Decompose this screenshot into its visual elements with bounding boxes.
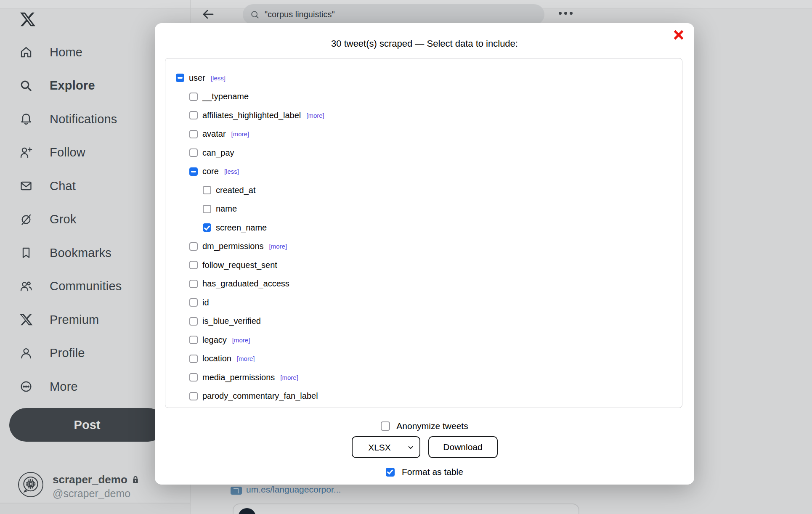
field-label: id — [202, 298, 209, 307]
follow-icon — [19, 146, 33, 159]
field-row-user: user[less] — [165, 69, 682, 87]
account-name-label: scraper_demo — [53, 473, 127, 486]
anonymize-checkbox[interactable] — [381, 421, 390, 431]
field-checkbox-avatar[interactable] — [189, 130, 198, 138]
field-checkbox-parody_commentary_fan_label[interactable] — [189, 392, 198, 400]
field-checkbox-affiliates_highlighted_label[interactable] — [189, 111, 198, 119]
field-label: avatar — [202, 129, 226, 139]
post-button[interactable]: Post — [9, 408, 165, 442]
field-label: name — [216, 204, 237, 214]
search-icon — [19, 79, 33, 93]
field-row-created_at: created_at — [165, 181, 682, 200]
field-checkbox-is_blue_verified[interactable] — [189, 317, 198, 326]
field-row-id: id — [165, 293, 682, 312]
search-input[interactable]: "corpus linguistics" — [243, 4, 544, 25]
lock-icon — [131, 475, 140, 485]
modal-title: 30 tweet(s) scraped — Select data to inc… — [155, 38, 694, 49]
account-handle: @scraper_demo — [53, 488, 130, 500]
sidebar-item-communities[interactable]: Communities — [19, 273, 122, 300]
toggle-more-link[interactable]: [more] — [305, 112, 324, 119]
field-label: screen_name — [216, 223, 267, 233]
sidebar-item-label: Chat — [50, 179, 76, 193]
more-options-icon[interactable] — [559, 12, 573, 15]
field-label: affiliates_highlighted_label — [202, 111, 301, 120]
toggle-more-link[interactable]: [more] — [236, 355, 255, 362]
communities-icon — [19, 280, 33, 293]
field-checkbox-__typename[interactable] — [189, 93, 198, 101]
field-row-screen_name: screen_name — [165, 218, 682, 237]
sidebar-item-label: More — [50, 380, 78, 394]
back-button[interactable] — [202, 8, 215, 21]
sidebar-item-home[interactable]: Home — [19, 39, 82, 66]
format-select-wrap: XLSX — [352, 436, 420, 458]
field-row-location: location[more] — [165, 350, 682, 368]
sidebar-item-label: Bookmarks — [50, 246, 111, 260]
avatar[interactable] — [18, 472, 43, 497]
field-checkbox-media_permissions[interactable] — [189, 373, 198, 382]
field-checkbox-follow_request_sent[interactable] — [189, 261, 198, 269]
field-row-__typename: __typename — [165, 87, 682, 106]
more-icon — [19, 380, 33, 393]
field-checkbox-core[interactable] — [189, 167, 198, 176]
sidebar-item-grok[interactable]: Grok — [19, 206, 77, 233]
toggle-more-link[interactable]: [more] — [268, 243, 287, 250]
field-label: location — [202, 354, 231, 363]
field-label: can_pay — [202, 148, 234, 158]
field-label: is_blue_verified — [202, 316, 261, 326]
field-tree-panel: user[less]__typenameaffiliates_highlight… — [165, 58, 682, 408]
x-logo[interactable] — [20, 11, 35, 26]
field-label: __typename — [202, 92, 249, 101]
format-select[interactable]: XLSX — [352, 436, 420, 458]
toggle-less-link[interactable]: [less] — [210, 74, 226, 82]
anonymize-label: Anonymize tweets — [396, 421, 468, 431]
profile-icon — [19, 347, 33, 360]
field-row-affiliates_highlighted_label: affiliates_highlighted_label[more] — [165, 106, 682, 125]
sidebar-item-explore[interactable]: Explore — [19, 72, 95, 99]
field-row-name: name — [165, 200, 682, 219]
toggle-more-link[interactable]: [more] — [279, 374, 298, 381]
format-as-table-row: Format as table — [155, 467, 694, 477]
field-label: legacy — [202, 335, 227, 345]
sidebar-item-label: Grok — [50, 212, 77, 226]
field-label: has_graduated_access — [202, 279, 289, 289]
format-as-table-checkbox[interactable] — [386, 468, 395, 477]
field-label: created_at — [216, 185, 256, 195]
account-name[interactable]: scraper_demo — [53, 473, 140, 486]
sidebar-item-profile[interactable]: Profile — [19, 340, 85, 367]
field-row-dm_permissions: dm_permissions[more] — [165, 237, 682, 256]
field-row-can_pay: can_pay — [165, 143, 682, 162]
toggle-more-link[interactable]: [more] — [231, 130, 249, 138]
sidebar-item-follow[interactable]: Follow — [19, 139, 85, 166]
sidebar-item-label: Premium — [50, 313, 99, 327]
field-checkbox-legacy[interactable] — [189, 336, 198, 344]
field-row-avatar: avatar[more] — [165, 125, 682, 144]
sidebar-item-notifications[interactable]: Notifications — [19, 106, 117, 132]
sidebar-item-bookmarks[interactable]: Bookmarks — [19, 239, 111, 266]
field-checkbox-dm_permissions[interactable] — [189, 242, 198, 251]
field-checkbox-name[interactable] — [203, 205, 211, 213]
field-row-parody_commentary_fan_label: parody_commentary_fan_label — [165, 387, 682, 406]
search-icon — [250, 10, 260, 19]
toggle-less-link[interactable]: [less] — [223, 168, 239, 175]
grok-icon — [19, 213, 33, 226]
field-checkbox-created_at[interactable] — [203, 186, 211, 194]
field-label: follow_request_sent — [202, 260, 277, 270]
sidebar-item-chat[interactable]: Chat — [19, 172, 76, 199]
sidebar-item-more[interactable]: More — [19, 373, 78, 400]
field-checkbox-has_graduated_access[interactable] — [189, 280, 198, 288]
sidebar-item-premium[interactable]: Premium — [19, 306, 99, 333]
download-button[interactable]: Download — [428, 436, 498, 458]
field-row-core: core[less] — [165, 162, 682, 181]
field-checkbox-screen_name[interactable] — [203, 223, 211, 232]
field-row-media_permissions: media_permissions[more] — [165, 368, 682, 387]
field-row-legacy: legacy[more] — [165, 331, 682, 350]
field-checkbox-user[interactable] — [176, 74, 184, 82]
toggle-more-link[interactable]: [more] — [231, 336, 250, 344]
field-checkbox-location[interactable] — [189, 355, 198, 363]
field-checkbox-can_pay[interactable] — [189, 148, 198, 157]
close-icon[interactable] — [672, 29, 685, 41]
field-checkbox-id[interactable] — [189, 298, 198, 307]
home-icon — [19, 45, 33, 59]
field-label: dm_permissions — [202, 241, 264, 251]
tweet-card — [233, 503, 579, 514]
